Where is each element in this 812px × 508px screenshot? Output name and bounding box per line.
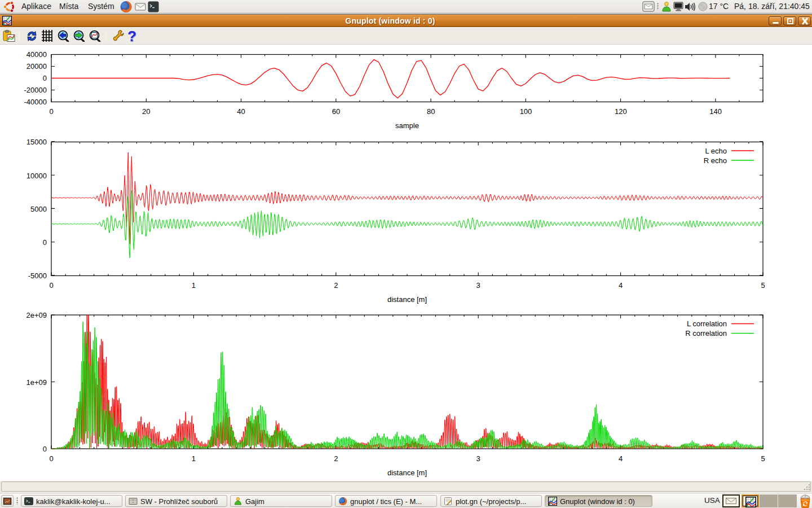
svg-text:1: 1 (192, 281, 196, 290)
svg-text:0: 0 (49, 107, 53, 116)
svg-text:0: 0 (43, 238, 47, 247)
svg-text:0: 0 (49, 281, 53, 290)
svg-text:L echo: L echo (705, 147, 727, 155)
svg-text:0: 0 (43, 445, 47, 453)
svg-text:5000: 5000 (30, 205, 47, 213)
svg-text:20000: 20000 (27, 62, 47, 71)
svg-text:-20000: -20000 (24, 86, 47, 94)
svg-text:0: 0 (43, 74, 47, 82)
svg-text:40000: 40000 (27, 50, 47, 59)
svg-text:1e+09: 1e+09 (26, 378, 47, 387)
svg-text:2: 2 (334, 454, 338, 463)
svg-text:5: 5 (761, 281, 765, 290)
svg-text:20: 20 (142, 107, 150, 116)
svg-text:15000: 15000 (27, 138, 47, 146)
svg-text:R echo: R echo (704, 156, 727, 165)
svg-text:5: 5 (761, 454, 765, 463)
svg-text:1: 1 (192, 454, 196, 463)
svg-text:4: 4 (619, 454, 623, 463)
svg-text:-5000: -5000 (28, 271, 47, 280)
svg-text:2: 2 (334, 281, 338, 290)
svg-text:60: 60 (332, 107, 340, 116)
svg-text:100: 100 (520, 107, 532, 116)
svg-text:4: 4 (619, 281, 623, 290)
svg-text:-40000: -40000 (24, 98, 47, 106)
svg-text:L correlation: L correlation (687, 319, 727, 328)
svg-text:80: 80 (427, 107, 435, 116)
svg-text:0: 0 (49, 454, 53, 463)
svg-text:3: 3 (476, 281, 480, 290)
svg-text:distance [m]: distance [m] (387, 468, 427, 477)
svg-text:10000: 10000 (27, 172, 47, 180)
svg-text:2e+09: 2e+09 (26, 311, 47, 319)
svg-text:sample: sample (395, 121, 419, 130)
svg-text:40: 40 (237, 107, 245, 116)
svg-text:140: 140 (709, 107, 722, 116)
svg-text:120: 120 (615, 107, 627, 116)
svg-text:R correlation: R correlation (685, 329, 727, 338)
svg-text:3: 3 (476, 454, 480, 463)
svg-text:distance [m]: distance [m] (387, 295, 427, 304)
